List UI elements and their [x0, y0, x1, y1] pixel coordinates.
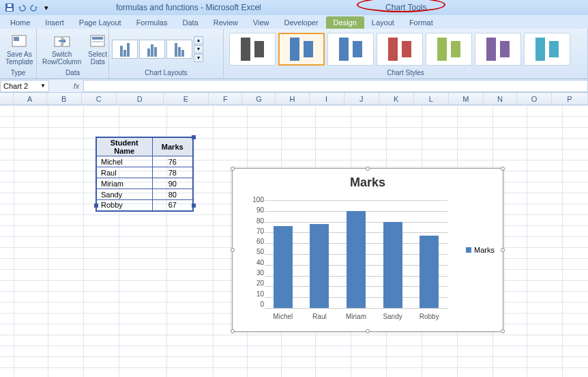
- chart-handle[interactable]: [366, 329, 370, 333]
- fx-icon[interactable]: fx: [70, 82, 83, 90]
- chart-bar[interactable]: [310, 224, 329, 308]
- undo-icon[interactable]: [16, 2, 27, 13]
- ribbon-group-type: Save As Template Type: [0, 29, 37, 79]
- chart-layout-1[interactable]: [112, 40, 138, 59]
- tab-format[interactable]: Format: [402, 16, 441, 29]
- column-header-L[interactable]: L: [414, 93, 449, 104]
- chart-handle[interactable]: [231, 329, 235, 333]
- chart-bar[interactable]: [383, 222, 402, 308]
- header-student-name: Student Name: [96, 137, 152, 156]
- embedded-chart[interactable]: Marks 1009080706050403020100 MichelRaulM…: [232, 168, 503, 332]
- tab-insert[interactable]: Insert: [38, 16, 72, 29]
- chart-style-1[interactable]: [229, 33, 276, 66]
- switch-row-column-button[interactable]: Switch Row/Column: [40, 33, 84, 66]
- name-box-dropdown-icon[interactable]: ▼: [40, 83, 46, 89]
- quick-access-toolbar: ▾: [0, 2, 52, 13]
- y-tick: 20: [250, 279, 264, 287]
- svg-rect-2: [8, 4, 12, 7]
- y-tick: 70: [250, 227, 264, 235]
- ribbon-group-data: Switch Row/Column Select Data Data: [37, 29, 109, 79]
- name-box[interactable]: Chart 2 ▼: [0, 80, 49, 92]
- chart-layout-3[interactable]: [166, 40, 192, 59]
- column-header-B[interactable]: B: [47, 93, 82, 104]
- legend-color-box: [466, 247, 471, 253]
- tab-formulas[interactable]: Formulas: [129, 16, 175, 29]
- x-tick: Sandy: [374, 313, 411, 320]
- data-table: Student NameMarks Michel76Raul78Miriam90…: [95, 137, 194, 212]
- chart-style-2[interactable]: [278, 33, 325, 66]
- column-header-P[interactable]: P: [552, 93, 588, 104]
- formula-input[interactable]: [83, 80, 588, 92]
- column-header-C[interactable]: C: [82, 93, 117, 104]
- chart-handle[interactable]: [231, 167, 235, 171]
- table-row[interactable]: Miriam90: [96, 178, 193, 189]
- chart-title[interactable]: Marks: [233, 176, 503, 190]
- title-bar: ▾ formulas and functions - Microsoft Exc…: [0, 0, 588, 15]
- x-axis: MichelRaulMiriamSandyRobby: [265, 313, 447, 320]
- chart-bar[interactable]: [347, 211, 366, 308]
- column-header-N[interactable]: N: [484, 93, 517, 104]
- tab-view[interactable]: View: [246, 16, 277, 29]
- tab-page-layout[interactable]: Page Layout: [72, 16, 129, 29]
- selection-handle[interactable]: [192, 135, 196, 139]
- select-data-button[interactable]: Select Data: [85, 33, 110, 66]
- column-header-K[interactable]: K: [379, 93, 414, 104]
- chart-style-7[interactable]: [524, 33, 570, 66]
- selection-handle[interactable]: [192, 204, 196, 208]
- table-row[interactable]: Michel76: [96, 156, 193, 167]
- qat-dropdown-icon[interactable]: ▾: [41, 2, 52, 13]
- column-header-A[interactable]: A: [14, 93, 47, 104]
- column-header-H[interactable]: H: [276, 93, 309, 104]
- y-axis: 1009080706050403020100: [250, 196, 264, 308]
- chart-bar[interactable]: [420, 236, 439, 308]
- column-header-O[interactable]: O: [517, 93, 552, 104]
- tab-design[interactable]: Design: [326, 16, 364, 29]
- save-as-template-button[interactable]: Save As Template: [3, 33, 36, 66]
- chart-style-4[interactable]: [377, 33, 423, 66]
- selection-handle[interactable]: [94, 204, 98, 208]
- chart-layout-2[interactable]: [139, 40, 165, 59]
- column-header-J[interactable]: J: [344, 93, 379, 104]
- y-tick: 40: [250, 259, 264, 266]
- layout-scroll-up[interactable]: ▴: [194, 36, 203, 44]
- redo-icon[interactable]: [29, 2, 40, 13]
- chart-handle[interactable]: [501, 167, 505, 171]
- tab-developer[interactable]: Developer: [276, 16, 325, 29]
- y-tick: 80: [250, 217, 264, 225]
- chart-handle[interactable]: [501, 248, 505, 252]
- ribbon-group-chart-styles: Chart Styles: [224, 29, 588, 79]
- table-row[interactable]: Sandy80: [96, 189, 193, 200]
- tab-review[interactable]: Review: [206, 16, 246, 29]
- column-header-E[interactable]: E: [164, 93, 209, 104]
- column-header-G[interactable]: G: [242, 93, 276, 104]
- chart-style-6[interactable]: [475, 33, 521, 66]
- svg-rect-1: [7, 8, 12, 11]
- table-row[interactable]: Robby67: [96, 200, 193, 211]
- ribbon: Save As Template Type Switch Row/Column …: [0, 29, 588, 79]
- save-icon[interactable]: [4, 2, 15, 13]
- table-row[interactable]: Raul78: [96, 167, 193, 178]
- layout-scroll-down[interactable]: ▾: [194, 45, 203, 53]
- ribbon-tabs: Home Insert Page Layout Formulas Data Re…: [0, 15, 588, 29]
- chart-bar[interactable]: [274, 226, 293, 308]
- chart-style-5[interactable]: [426, 33, 472, 66]
- column-header-D[interactable]: D: [117, 93, 164, 104]
- switch-icon: [53, 33, 72, 51]
- tab-data[interactable]: Data: [175, 16, 205, 29]
- layout-more[interactable]: ▾: [194, 54, 203, 62]
- y-tick: 50: [250, 248, 264, 255]
- column-header-F[interactable]: F: [209, 93, 242, 104]
- y-tick: 100: [250, 196, 264, 204]
- column-header-M[interactable]: M: [449, 93, 484, 104]
- chart-style-3[interactable]: [327, 33, 374, 66]
- y-tick: 30: [250, 269, 264, 277]
- svg-rect-9: [92, 41, 103, 42]
- chart-handle[interactable]: [231, 248, 235, 252]
- chart-handle[interactable]: [501, 329, 505, 333]
- spreadsheet-grid[interactable]: Student NameMarks Michel76Raul78Miriam90…: [0, 105, 588, 377]
- chart-legend[interactable]: Marks: [466, 246, 495, 254]
- tab-home[interactable]: Home: [3, 16, 38, 29]
- tab-layout[interactable]: Layout: [364, 16, 402, 29]
- chart-handle[interactable]: [366, 167, 370, 171]
- column-header-I[interactable]: I: [310, 93, 344, 104]
